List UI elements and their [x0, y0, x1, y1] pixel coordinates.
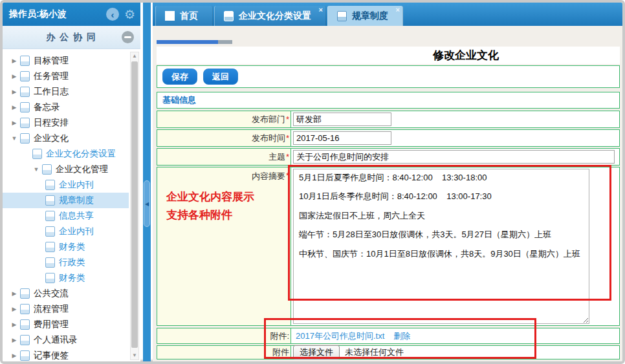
- tree-item-5[interactable]: ▼企业文化: [3, 131, 129, 146]
- document-icon: [20, 319, 30, 330]
- tree-item-7[interactable]: ▼企业文化管理: [3, 162, 129, 177]
- form-row-summary: 内容摘要* 企业文化内容展示 支持各种附件 5月1日后夏季作息时间：8:40-1…: [157, 167, 620, 326]
- tree-item-label: 企业内刊: [59, 179, 94, 191]
- scroll-up-icon[interactable]: ▲: [131, 52, 138, 60]
- document-icon: [20, 304, 30, 314]
- arrow-right-icon[interactable]: ▶: [10, 306, 18, 312]
- arrow-right-icon[interactable]: ▶: [10, 104, 18, 111]
- tree-item-18[interactable]: ▶个人通讯录: [3, 332, 129, 348]
- scroll-down-icon[interactable]: ▼: [131, 352, 138, 359]
- tree-item-8[interactable]: 企业内刊: [3, 177, 129, 193]
- subject-label: 主题*: [157, 149, 291, 165]
- required-marker: *: [286, 152, 289, 162]
- tree-item-12[interactable]: 财务类: [3, 239, 129, 255]
- tree-item-label: 备忘录: [34, 102, 60, 113]
- tree-item-19[interactable]: ▶记事便签: [3, 348, 129, 361]
- tree-item-label: 企业文化: [34, 133, 69, 144]
- operator-header: 操作员:杨小波 ‹ ⚙: [3, 3, 140, 26]
- document-icon: [32, 149, 42, 159]
- attachment-row: 附件: 2017年公司作息时间.txt 删除: [157, 328, 620, 344]
- upload-row: 附件 选择文件 未选择任何文件: [157, 345, 620, 359]
- tab-1[interactable]: 企业文化分类设置×: [214, 6, 326, 26]
- progress-bar: [157, 40, 620, 44]
- tree-item-label: 财务类: [59, 241, 85, 253]
- tree-item-3[interactable]: ▶备忘录: [3, 100, 129, 115]
- tree-item-4[interactable]: ▶日程安排: [3, 115, 129, 131]
- arrow-right-icon[interactable]: ▶: [10, 290, 18, 297]
- content-textarea[interactable]: 5月1日后夏季作息时间：8:40-12:00 13:30-18:00 10月1日…: [293, 169, 589, 324]
- department-input[interactable]: [293, 112, 391, 126]
- tab-label: 企业文化分类设置: [239, 10, 311, 22]
- progress-bar-gray: [218, 40, 232, 44]
- arrow-right-icon[interactable]: ▶: [10, 73, 18, 80]
- document-icon: [337, 11, 347, 21]
- tree-item-0[interactable]: ▶目标管理: [3, 53, 129, 69]
- publish-date-input[interactable]: [293, 131, 391, 145]
- document-icon: [20, 56, 30, 66]
- required-marker: *: [286, 114, 289, 124]
- arrow-right-icon[interactable]: ▶: [10, 321, 18, 328]
- document-icon: [20, 118, 30, 128]
- document-icon: [42, 164, 52, 175]
- close-icon[interactable]: ×: [396, 6, 400, 14]
- tree-scrollbar[interactable]: ▲ ▼: [130, 52, 139, 360]
- home-icon: [165, 11, 175, 21]
- tree-item-9[interactable]: 规章制度: [3, 193, 129, 208]
- sidebar-title: 办公协同: [25, 32, 122, 43]
- arrow-right-icon[interactable]: ▶: [10, 337, 18, 343]
- tree-item-11[interactable]: 企业内刊: [3, 224, 129, 239]
- sidebar-splitter[interactable]: ◀: [143, 3, 151, 361]
- attachment-delete-link[interactable]: 删除: [393, 330, 410, 342]
- tree-item-13[interactable]: 行政类: [3, 255, 129, 270]
- main-area: 首页企业文化分类设置×规章制度× 修改企业文化 保存 返回 基础信息 发布部门*: [153, 3, 622, 361]
- chevron-left-icon: ◀: [145, 201, 149, 207]
- progress-bar-blue: [157, 40, 218, 44]
- arrow-down-icon[interactable]: ▼: [10, 135, 18, 142]
- tree-item-2[interactable]: ▶工作日志: [3, 84, 129, 100]
- form-row-subject: 主题*: [157, 148, 620, 166]
- back-icon[interactable]: ‹: [106, 8, 119, 21]
- gear-icon[interactable]: ⚙: [124, 8, 135, 21]
- scrollbar-thumb[interactable]: [131, 61, 138, 348]
- document-icon: [45, 180, 55, 190]
- document-icon: [45, 273, 55, 283]
- arrow-right-icon[interactable]: ▶: [10, 352, 18, 359]
- date-label: 发布时间*: [157, 130, 291, 146]
- sidebar-header: 办公协同: [3, 26, 140, 49]
- tree-item-14[interactable]: 财务类: [3, 270, 129, 286]
- attachment-label: 附件:: [157, 328, 291, 343]
- subject-input[interactable]: [293, 150, 615, 164]
- splitter-collapse-handle[interactable]: ◀: [144, 180, 150, 227]
- section-title: 基础信息: [162, 94, 196, 106]
- back-button[interactable]: 返回: [203, 69, 238, 85]
- tree-item-17[interactable]: ▶费用管理: [3, 317, 129, 332]
- document-icon: [20, 102, 30, 112]
- arrow-down-icon[interactable]: ▼: [32, 166, 40, 173]
- arrow-right-icon[interactable]: ▶: [10, 120, 18, 126]
- tree-item-label: 目标管理: [34, 55, 69, 67]
- required-marker: *: [286, 133, 289, 143]
- tree-item-label: 企业内刊: [59, 226, 94, 237]
- tab-2[interactable]: 规章制度×: [327, 6, 403, 26]
- tree-item-10[interactable]: 信息共享: [3, 208, 129, 224]
- department-label: 发布部门*: [157, 111, 291, 127]
- title-bar: 修改企业文化: [157, 47, 620, 64]
- summary-label: 内容摘要* 企业文化内容展示 支持各种附件: [157, 167, 291, 325]
- document-icon: [45, 226, 55, 237]
- tab-home[interactable]: 首页: [155, 6, 213, 26]
- arrow-right-icon[interactable]: ▶: [10, 89, 18, 95]
- collapse-minus-icon[interactable]: [122, 31, 134, 43]
- tree-item-6[interactable]: 企业文化分类设置: [3, 146, 129, 162]
- document-icon: [20, 71, 30, 81]
- choose-file-button[interactable]: 选择文件: [293, 345, 340, 359]
- attachment-file-link[interactable]: 2017年公司作息时间.txt: [296, 330, 384, 342]
- tree-item-15[interactable]: ▶公共交流: [3, 286, 129, 301]
- tab-bar: 首页企业文化分类设置×规章制度×: [153, 3, 622, 26]
- save-button[interactable]: 保存: [162, 69, 197, 85]
- close-icon[interactable]: ×: [319, 6, 323, 14]
- arrow-right-icon[interactable]: ▶: [10, 58, 18, 64]
- tree-item-16[interactable]: ▶流程管理: [3, 301, 129, 317]
- tree-item-label: 规章制度: [59, 195, 94, 206]
- tree-item-1[interactable]: ▶任务管理: [3, 69, 129, 84]
- toolbar: 保存 返回: [157, 65, 620, 88]
